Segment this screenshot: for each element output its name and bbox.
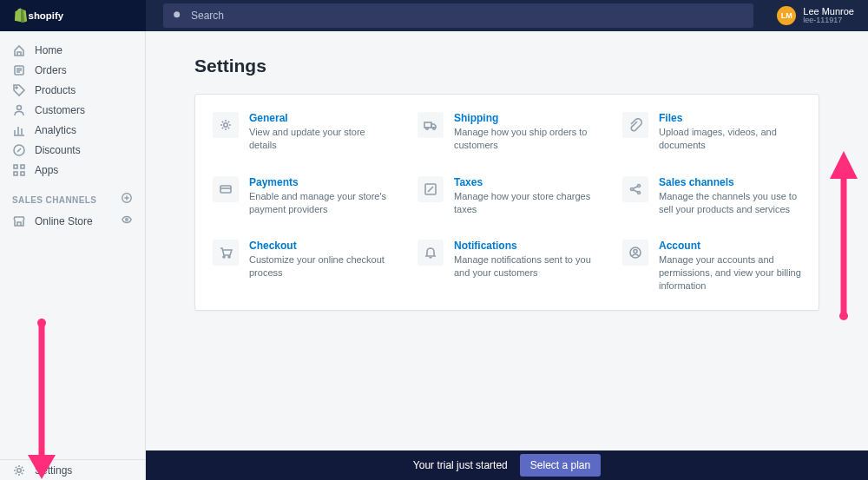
person-icon	[12, 103, 26, 117]
bell-icon	[418, 240, 444, 266]
search-input[interactable]: Search	[163, 3, 753, 28]
percent-icon	[418, 176, 444, 202]
settings-tile-taxes[interactable]: Taxes Manage how your store charges taxe…	[409, 176, 605, 216]
tag-icon	[12, 83, 26, 97]
settings-card: General View and update your store detai…	[194, 94, 819, 311]
sidebar-item-label: Home	[35, 44, 62, 56]
settings-tile-checkout[interactable]: Checkout Customize your online checkout …	[204, 240, 400, 293]
sidebar: Home Orders Products Customers Analytics…	[0, 31, 146, 480]
sidebar-settings-label: Settings	[35, 464, 72, 477]
tile-desc: View and update your store details	[249, 126, 391, 152]
store-icon	[12, 214, 26, 228]
account-icon	[622, 240, 648, 266]
avatar: LM	[777, 6, 796, 25]
svg-text:shopify: shopify	[29, 10, 64, 21]
sidebar-item-label: Apps	[35, 164, 58, 176]
tile-title: Account	[659, 240, 801, 252]
tile-title: Sales channels	[659, 176, 801, 188]
sidebar-item-analytics[interactable]: Analytics	[0, 120, 145, 140]
sidebar-item-label: Products	[35, 84, 76, 96]
analytics-icon	[12, 123, 26, 137]
page-title: Settings	[194, 56, 819, 76]
logo[interactable]: shopify	[0, 0, 146, 31]
tile-desc: Manage your accounts and permissions, an…	[659, 253, 801, 293]
sidebar-item-products[interactable]: Products	[0, 80, 145, 100]
sidebar-item-label: Customers	[35, 104, 85, 116]
tile-title: Taxes	[454, 176, 596, 188]
sidebar-item-label: Discounts	[35, 144, 81, 156]
sidebar-item-label: Analytics	[35, 124, 76, 136]
sidebar-item-label: Online Store	[35, 215, 93, 227]
tile-desc: Manage how your store charges taxes	[454, 190, 596, 216]
sidebar-item-online-store[interactable]: Online Store	[0, 211, 145, 231]
tile-desc: Enable and manage your store's payment p…	[249, 190, 391, 216]
home-icon	[12, 43, 26, 57]
sidebar-settings[interactable]: Settings	[0, 460, 145, 480]
tile-desc: Customize your online checkout process	[249, 253, 391, 279]
tile-desc: Manage notifications sent to you and you…	[454, 253, 596, 279]
discount-icon	[12, 143, 26, 157]
eye-icon	[121, 214, 133, 226]
sales-channels-header: SALES CHANNELS	[12, 195, 96, 205]
search-placeholder: Search	[191, 10, 224, 22]
clip-icon	[622, 112, 648, 138]
plus-circle-icon	[121, 192, 133, 204]
view-store-button[interactable]	[121, 214, 133, 228]
tile-title: Notifications	[454, 240, 596, 252]
gear-icon	[213, 112, 239, 138]
search-wrap: Search	[146, 3, 777, 28]
share-icon	[622, 176, 648, 202]
settings-tile-files[interactable]: Files Upload images, videos, and documen…	[614, 112, 810, 152]
tile-title: Checkout	[249, 240, 391, 252]
settings-tile-account[interactable]: Account Manage your accounts and permiss…	[614, 240, 810, 293]
cart-icon	[213, 240, 239, 266]
select-plan-button[interactable]: Select a plan	[520, 454, 601, 477]
card-icon	[213, 176, 239, 202]
sidebar-item-orders[interactable]: Orders	[0, 60, 145, 80]
svg-point-25	[37, 319, 46, 327]
trial-text: Your trial just started	[413, 459, 508, 471]
settings-tile-notifications[interactable]: Notifications Manage notifications sent …	[409, 240, 605, 293]
tile-title: General	[249, 112, 391, 124]
apps-icon	[12, 163, 26, 177]
content: Settings General View and update your st…	[146, 31, 868, 480]
gear-icon	[12, 464, 26, 477]
user-menu[interactable]: LM Lee Munroe lee-111917	[777, 6, 868, 25]
topbar: shopify Search LM Lee Munroe lee-111917	[0, 0, 868, 31]
settings-tile-payments[interactable]: Payments Enable and manage your store's …	[204, 176, 400, 216]
annotation-arrow-settings	[16, 318, 68, 480]
settings-tile-general[interactable]: General View and update your store detai…	[204, 112, 400, 152]
sidebar-item-label: Orders	[35, 64, 67, 76]
tile-title: Shipping	[454, 112, 596, 124]
settings-tile-sales-channels[interactable]: Sales channels Manage the channels you u…	[614, 176, 810, 216]
orders-icon	[12, 63, 26, 77]
tile-desc: Upload images, videos, and documents	[659, 126, 801, 152]
sidebar-item-discounts[interactable]: Discounts	[0, 140, 145, 160]
truck-icon	[418, 112, 444, 138]
sidebar-item-home[interactable]: Home	[0, 40, 145, 60]
settings-tile-shipping[interactable]: Shipping Manage how you ship orders to c…	[409, 112, 605, 152]
add-channel-button[interactable]	[121, 192, 133, 207]
sidebar-item-apps[interactable]: Apps	[0, 160, 145, 180]
tile-desc: Manage the channels you use to sell your…	[659, 190, 801, 216]
shopify-logo-icon: shopify	[12, 7, 74, 24]
sidebar-item-customers[interactable]: Customers	[0, 100, 145, 120]
tile-title: Files	[659, 112, 801, 124]
tile-title: Payments	[249, 176, 391, 188]
user-store: lee-111917	[803, 16, 854, 25]
search-icon	[172, 10, 184, 22]
tile-desc: Manage how you ship orders to customers	[454, 126, 596, 152]
trial-bar: Your trial just started Select a plan	[146, 450, 868, 480]
